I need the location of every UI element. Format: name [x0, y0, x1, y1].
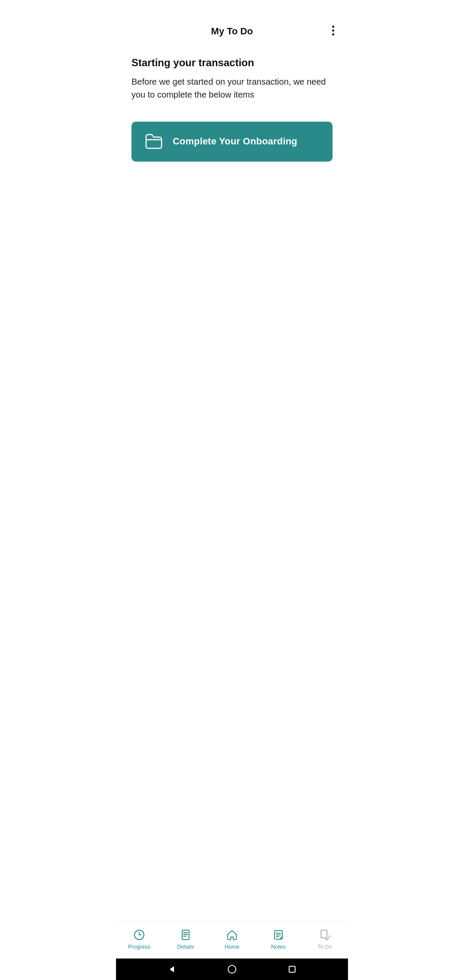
- main-content: Starting your transaction Before we get …: [116, 44, 348, 922]
- back-button[interactable]: [163, 960, 181, 978]
- nav-label-notes: Notes: [271, 943, 286, 950]
- nav-item-progress[interactable]: Progress: [116, 927, 162, 952]
- nav-label-progress: Progress: [128, 943, 150, 950]
- details-icon: [180, 929, 192, 941]
- svg-marker-7: [170, 966, 174, 972]
- todo-icon: [319, 929, 331, 941]
- home-icon: [226, 929, 238, 941]
- svg-point-8: [228, 965, 236, 973]
- nav-item-details[interactable]: Details: [162, 927, 209, 952]
- nav-label-details: Details: [177, 943, 194, 950]
- header: My To Do: [116, 17, 348, 44]
- page-title: My To Do: [211, 26, 253, 37]
- complete-onboarding-button[interactable]: Complete Your Onboarding: [131, 122, 333, 162]
- status-bar: [116, 0, 348, 17]
- section-title: Starting your transaction: [131, 57, 333, 69]
- folder-icon: [144, 133, 163, 150]
- notes-icon: [272, 929, 284, 941]
- svg-rect-9: [289, 966, 295, 972]
- bottom-navigation: Progress Details Home Notes To Do: [116, 922, 348, 959]
- dot-icon: [332, 26, 334, 28]
- nav-item-notes[interactable]: Notes: [255, 927, 302, 952]
- more-options-button[interactable]: [329, 22, 338, 39]
- nav-label-home: Home: [225, 943, 240, 950]
- recents-button[interactable]: [283, 960, 301, 978]
- nav-item-home[interactable]: Home: [209, 927, 255, 952]
- svg-rect-1: [182, 930, 189, 940]
- dot-icon: [332, 30, 334, 32]
- android-nav-bar: [116, 959, 348, 980]
- svg-rect-6: [321, 930, 327, 938]
- progress-icon: [133, 929, 145, 941]
- nav-label-todo: To Do: [317, 943, 332, 950]
- nav-item-todo[interactable]: To Do: [302, 927, 348, 952]
- onboarding-button-label: Complete Your Onboarding: [173, 136, 297, 147]
- dot-icon: [332, 34, 334, 36]
- home-button[interactable]: [223, 960, 241, 978]
- section-description: Before we get started on your transactio…: [131, 75, 333, 101]
